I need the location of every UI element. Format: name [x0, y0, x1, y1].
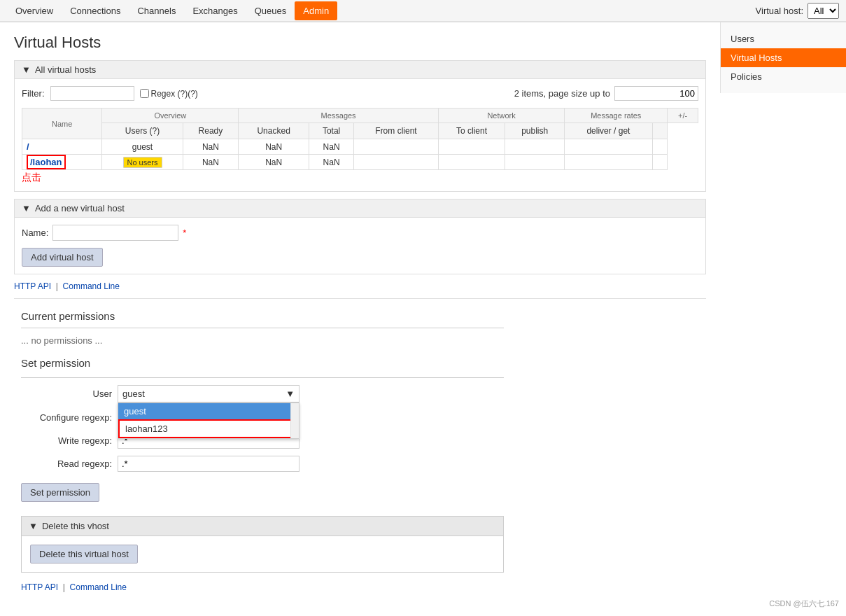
- vhost-deliver-slash: [565, 139, 652, 155]
- vhost-deliver-laohan: [565, 155, 652, 170]
- read-regexp-label: Read regexp:: [21, 458, 112, 469]
- col-ready: Ready: [183, 123, 239, 139]
- vhost-select-container: Virtual host: All: [756, 3, 839, 19]
- user-option-guest[interactable]: guest: [118, 403, 299, 419]
- vhost-select-dropdown[interactable]: All: [808, 3, 839, 19]
- table-row: / guest NaN NaN NaN: [22, 139, 698, 155]
- sidebar-item-users[interactable]: Users: [721, 29, 846, 48]
- delete-collapse-icon: ▼: [29, 521, 38, 531]
- delete-vhost-button[interactable]: Delete this virtual host: [30, 545, 138, 564]
- plus-minus[interactable]: +/-: [668, 108, 698, 123]
- col-users: Users (?): [102, 123, 183, 139]
- nav-channels[interactable]: Channels: [129, 1, 184, 20]
- group-message-rates: Message rates: [565, 108, 668, 123]
- group-network: Network: [438, 108, 564, 123]
- delete-vhost-body: Delete this virtual host: [21, 536, 504, 573]
- regex-label: Regex (?)(?): [140, 89, 198, 99]
- delete-vhost-label: Delete this vhost: [42, 521, 109, 531]
- user-form-row: User guest ▼ guest laohan123: [21, 385, 504, 402]
- col-from-client: From client: [354, 123, 439, 139]
- no-permissions-text: ... no permissions ...: [21, 335, 504, 346]
- col-name: Name: [22, 108, 102, 139]
- all-vhosts-section: ▼ All virtual hosts Filter: Regex (?)(?)…: [14, 60, 706, 192]
- user-select-value: guest: [122, 388, 145, 399]
- page-title: Virtual Hosts: [14, 34, 706, 52]
- vhost-link-laohan[interactable]: /laohan: [27, 155, 66, 169]
- filter-row: Filter: Regex (?)(?) 2 items, page size …: [22, 86, 698, 101]
- col-empty: [652, 123, 668, 139]
- vhost-extra-laohan: [652, 155, 668, 170]
- add-vhost-name-label: Name:: [22, 227, 48, 238]
- nav-connections[interactable]: Connections: [62, 1, 129, 20]
- filter-label: Filter:: [22, 88, 45, 99]
- user-option-laohan123[interactable]: laohan123: [118, 419, 299, 438]
- vhost-total-slash: NaN: [309, 139, 354, 155]
- set-permission-title: Set permission: [21, 357, 504, 369]
- all-vhosts-label: All virtual hosts: [35, 64, 96, 75]
- nav-exchanges[interactable]: Exchanges: [184, 1, 246, 20]
- nav-queues[interactable]: Queues: [246, 1, 295, 20]
- dropdown-arrow-icon: ▼: [285, 388, 295, 399]
- read-regexp-input[interactable]: .*: [118, 456, 299, 472]
- set-permission-button[interactable]: Set permission: [21, 483, 99, 502]
- col-unacked: Unacked: [239, 123, 309, 139]
- items-count: 2 items, page size up to: [514, 88, 610, 99]
- dropdown-scrollbar[interactable]: [290, 403, 299, 438]
- sidebar-item-policies[interactable]: Policies: [721, 67, 846, 86]
- col-deliver-get: deliver / get: [565, 123, 652, 139]
- user-dropdown: guest laohan123: [118, 402, 299, 439]
- add-vhost-button[interactable]: Add virtual host: [22, 248, 103, 267]
- add-collapse-icon: ▼: [22, 203, 31, 214]
- add-vhost-header[interactable]: ▼ Add a new virtual host: [14, 199, 706, 218]
- no-users-badge: No users: [123, 157, 162, 168]
- col-publish: publish: [505, 123, 565, 139]
- top-nav: Overview Connections Channels Exchanges …: [0, 0, 846, 22]
- current-permissions-title: Current permissions: [21, 310, 504, 322]
- vhost-to-client-slash: [438, 139, 505, 155]
- required-star: *: [183, 227, 186, 238]
- command-line-link[interactable]: Command Line: [63, 281, 120, 291]
- nav-overview[interactable]: Overview: [7, 1, 62, 20]
- vhosts-table: Name Overview Messages Network Message r…: [22, 108, 698, 170]
- add-vhost-name-input[interactable]: [52, 225, 178, 241]
- user-select-container: guest ▼ guest laohan123: [118, 385, 299, 402]
- delete-vhost-header[interactable]: ▼ Delete this vhost: [21, 516, 504, 536]
- vhost-from-client-laohan: [354, 155, 439, 170]
- footer-watermark: CSDN @伍六七.167: [769, 598, 839, 609]
- delete-vhost-section: ▼ Delete this vhost Delete this virtual …: [21, 516, 504, 573]
- vhost-total-laohan: NaN: [309, 155, 354, 170]
- sidebar-item-virtual-hosts[interactable]: Virtual Hosts: [721, 48, 846, 67]
- detail-command-line-link[interactable]: Command Line: [70, 582, 127, 592]
- regex-checkbox[interactable]: [140, 89, 149, 98]
- vhost-unacked-slash: NaN: [239, 139, 309, 155]
- add-vhost-body: Name: * Add virtual host: [14, 218, 706, 274]
- table-row: /laohan No users NaN NaN NaN: [22, 155, 698, 170]
- all-vhosts-header[interactable]: ▼ All virtual hosts: [14, 60, 706, 79]
- configure-regexp-label: Configure regexp:: [21, 412, 112, 423]
- user-select-box[interactable]: guest ▼: [118, 385, 299, 402]
- collapse-icon: ▼: [22, 64, 31, 75]
- group-overview: Overview: [102, 108, 239, 123]
- detail-panel: Current permissions ... no permissions .…: [14, 310, 504, 606]
- detail-http-api-link[interactable]: HTTP API: [21, 582, 58, 592]
- page-size-input[interactable]: 100: [614, 86, 698, 101]
- items-info: 2 items, page size up to 100: [514, 86, 698, 101]
- write-regexp-label: Write regexp:: [21, 435, 112, 446]
- filter-input[interactable]: [50, 86, 134, 101]
- vhost-from-client-slash: [354, 139, 439, 155]
- vhost-publish-slash: [505, 139, 565, 155]
- api-links: HTTP API | Command Line: [14, 281, 706, 291]
- group-messages: Messages: [239, 108, 439, 123]
- col-total: Total: [309, 123, 354, 139]
- vhost-users-laohan: No users: [102, 155, 183, 170]
- vhost-select-label: Virtual host:: [756, 6, 803, 16]
- user-label: User: [21, 388, 112, 399]
- nav-admin[interactable]: Admin: [295, 1, 337, 20]
- add-vhost-form-row: Name: *: [22, 225, 698, 241]
- vhost-name-laohan: /laohan: [22, 155, 102, 170]
- vhost-unacked-laohan: NaN: [239, 155, 309, 170]
- vhost-users-slash: guest: [102, 139, 183, 155]
- read-regexp-row: Read regexp: .*: [21, 456, 504, 472]
- vhost-link-slash[interactable]: /: [27, 141, 29, 152]
- http-api-link[interactable]: HTTP API: [14, 281, 51, 291]
